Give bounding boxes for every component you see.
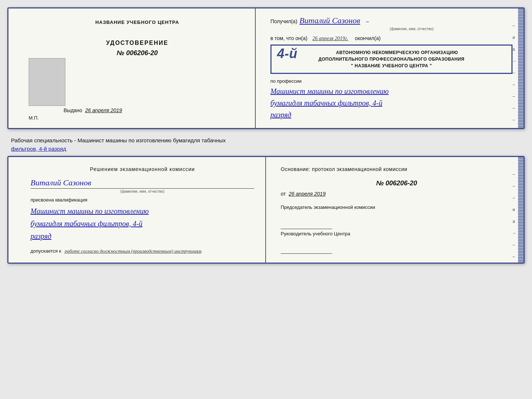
po-professii-label: по профессии (270, 78, 513, 84)
poluchil-label: Получил(а) (270, 18, 297, 24)
vtom-line: в том, что он(а) 26 апреля 2019г. окончи… (270, 35, 513, 42)
допускается-row: допускается к работе согласно должностны… (30, 248, 254, 254)
protocol-number: № 006206-20 (281, 179, 513, 187)
diploma-right-page: – и а ← – – – – – Получил(а) Виталий Саз… (256, 8, 524, 128)
ot-label: от (281, 191, 286, 197)
bmark-5: а (513, 219, 517, 224)
profession-line1: Машинист машины по изготовлению (270, 85, 513, 97)
vydano-date: 26 апреля 2019 (85, 107, 122, 113)
ot-date-row: от 26 апреля 2019 (281, 191, 513, 197)
udostoverenie-title: УДОСТОВЕРЕНИЕ (106, 40, 168, 46)
bottom-right-marks: – – – и а ← – – – – (513, 172, 517, 264)
bottom-name: Виталий Сазонов (30, 178, 254, 189)
stamp-number: 4-й (277, 44, 298, 64)
mark-3: а (513, 47, 517, 52)
main-container: НАЗВАНИЕ УЧЕБНОГО ЦЕНТРА УДОСТОВЕРЕНИЕ №… (7, 7, 525, 264)
fio-label: (фамилия, имя, отчество) (311, 27, 513, 31)
rukov-label: Руководитель учебного Центра (281, 231, 513, 237)
bmark-3: – (513, 195, 517, 200)
diploma-left-page: НАЗВАНИЕ УЧЕБНОГО ЦЕНТРА УДОСТОВЕРЕНИЕ №… (8, 8, 256, 128)
mark-1: – (513, 23, 517, 28)
top-diploma: НАЗВАНИЕ УЧЕБНОГО ЦЕНТРА УДОСТОВЕРЕНИЕ №… (7, 7, 525, 129)
dash-after-name: – (366, 18, 369, 24)
specialty-prefix: Рабочая специальность - Машинист машины … (11, 137, 226, 143)
center-title: НАЗВАНИЕ УЧЕБНОГО ЦЕНТРА (95, 19, 179, 25)
osnov-title: Основание: протокол экзаменационной коми… (281, 166, 513, 172)
bottom-fio-label: (фамилия, имя, отчество) (30, 189, 254, 193)
bmark-8: – (513, 254, 517, 259)
okonchil-label: окончил(а) (355, 35, 381, 41)
присвоена-label: присвоена квалификация (30, 197, 254, 203)
spine-right (518, 8, 524, 128)
vtom-label: в том, что он(а) (270, 35, 308, 41)
bottom-profession-3: разряд (30, 230, 254, 242)
vydano-label: Выдано (64, 107, 82, 113)
profession-line2: бумагидля табачных фильтров, 4-й (270, 97, 513, 109)
допускается-label: допускается к (30, 248, 61, 254)
ot-date-val: 26 апреля 2019 (289, 191, 326, 197)
mp-label: М.П. (29, 115, 39, 121)
stamp-line3: " НАЗВАНИЕ УЧЕБНОГО ЦЕНТРА " (279, 63, 504, 69)
photo-placeholder (29, 58, 65, 106)
bottom-spine-right (518, 157, 524, 263)
bottom-right-page: – – – и а ← – – – – Основание: протокол … (266, 157, 524, 263)
bmark-4: и (513, 207, 517, 212)
recipient-name: Виталий Сазонов (299, 16, 360, 25)
decision-title: Решением экзаменационной комиссии (30, 166, 254, 172)
vydano-line: Выдано 26 апреля 2019 (64, 107, 244, 113)
chairman-label: Председатель экзаменационной комиссии (281, 204, 513, 211)
bottom-profession-1: Машинист машины по изготовлению (30, 205, 254, 217)
profession-line3: разряд (270, 109, 513, 121)
vtom-date: 26 апреля 2019г. (313, 36, 348, 42)
допускается-val: работе согласно должностным (производств… (65, 248, 201, 254)
bmark-1: – (513, 172, 517, 177)
mark-5: – (513, 70, 517, 75)
mark-4: ← (513, 58, 517, 64)
stamp-box: 4-й АВТОНОМНУЮ НЕКОММЕРЧЕСКУЮ ОРГАНИЗАЦИ… (270, 44, 513, 74)
bmark-6: ← (513, 231, 517, 236)
mark-2: и (513, 35, 517, 40)
mark-6: – (513, 82, 517, 87)
bmark-7: – (513, 242, 517, 247)
stamp-line1: АВТОНОМНУЮ НЕКОММЕРЧЕСКУЮ ОРГАНИЗАЦИЮ (290, 49, 504, 56)
stamp-line2: ДОПОЛНИТЕЛЬНОГО ПРОФЕССИОНАЛЬНОГО ОБРАЗО… (279, 56, 504, 63)
right-side-marks: – и а ← – – – – – (513, 23, 517, 122)
mark-7: – (513, 94, 517, 99)
specialty-underlined: фильтров, 4-й разряд (11, 146, 66, 152)
mark-8: – (513, 106, 517, 111)
mark-9: – (513, 117, 517, 122)
chairman-sign-line (281, 222, 332, 229)
rukov-sign-line (281, 246, 332, 254)
bottom-profession-2: бумагидля табачных фильтров, 4-й (30, 217, 254, 230)
udostoverenie-number: № 006206-20 (117, 49, 158, 57)
bottom-diploma: Решением экзаменационной комиссии Витали… (7, 156, 525, 264)
bottom-left-page: Решением экзаменационной комиссии Витали… (8, 157, 266, 263)
recipient-line: Получил(а) Виталий Сазонов – (270, 16, 513, 25)
specialty-text: Рабочая специальность - Машинист машины … (7, 133, 525, 156)
bmark-2: – (513, 184, 517, 189)
